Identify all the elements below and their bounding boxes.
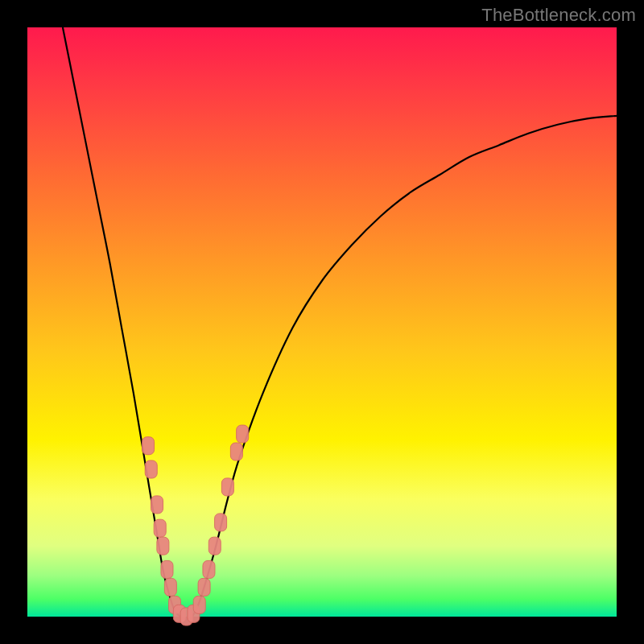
marker-point	[151, 496, 163, 514]
marker-cluster	[142, 425, 249, 625]
watermark-text: TheBottleneck.com	[481, 5, 636, 26]
marker-point	[198, 578, 210, 596]
marker-point	[193, 596, 205, 613]
marker-point	[142, 437, 155, 455]
marker-point	[161, 560, 173, 578]
marker-point	[237, 425, 249, 443]
marker-point	[221, 478, 233, 496]
curve-layer	[27, 27, 617, 617]
marker-point	[215, 514, 227, 531]
marker-point	[208, 537, 221, 555]
marker-point	[203, 560, 215, 578]
marker-point	[154, 519, 166, 537]
plot-area	[27, 27, 617, 617]
marker-point	[145, 460, 157, 478]
marker-point	[157, 537, 169, 555]
bottleneck-curve	[63, 27, 617, 617]
marker-point	[230, 443, 242, 460]
marker-point	[164, 578, 176, 596]
series-right-branch	[192, 116, 617, 617]
chart-frame: TheBottleneck.com	[0, 0, 644, 644]
